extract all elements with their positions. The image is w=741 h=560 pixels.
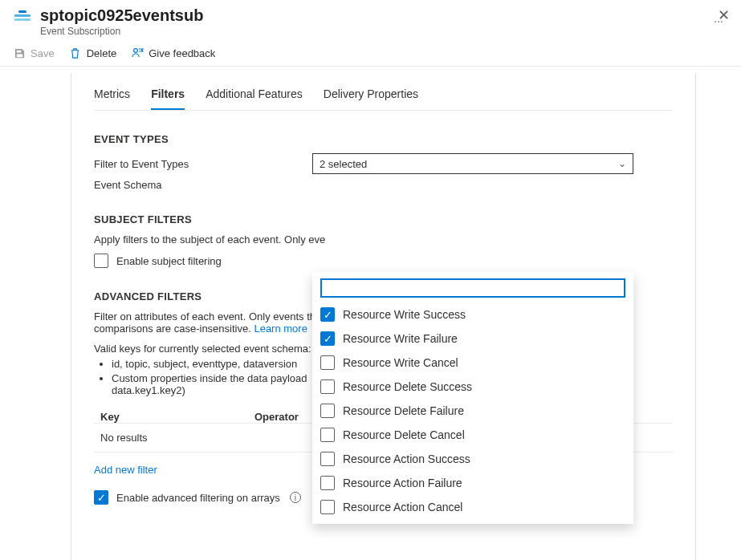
event-type-option-label: Resource Write Cancel: [343, 356, 458, 369]
resource-icon: [13, 8, 32, 27]
command-bar: Save Delete Give feedback: [0, 40, 741, 67]
chevron-down-icon: ⌄: [618, 158, 626, 169]
checkbox-empty-icon: [320, 404, 335, 418]
checkbox-checked-icon: [94, 490, 108, 505]
section-subject-filters: SUBJECT FILTERS Apply filters to the sub…: [94, 213, 673, 268]
feedback-button[interactable]: Give feedback: [131, 47, 215, 59]
add-new-filter-link[interactable]: Add new filter: [94, 464, 157, 476]
subject-filters-heading: SUBJECT FILTERS: [94, 213, 673, 225]
event-type-option[interactable]: Resource Action Failure: [317, 471, 629, 495]
section-event-types: EVENT TYPES Filter to Event Types 2 sele…: [94, 133, 673, 191]
close-icon[interactable]: ✕: [718, 8, 730, 22]
event-type-option[interactable]: Resource Write Cancel: [317, 351, 629, 375]
delete-label: Delete: [87, 47, 117, 59]
blade-content: Metrics Filters Additional Features Deli…: [71, 73, 696, 560]
delete-button[interactable]: Delete: [69, 47, 117, 59]
learn-more-link[interactable]: Learn more: [254, 323, 307, 335]
page-title: sptopic0925eventsub: [40, 5, 704, 26]
checkbox-empty-icon: [94, 254, 108, 268]
event-type-option[interactable]: Resource Write Failure: [317, 327, 629, 351]
delete-icon: [69, 47, 82, 59]
event-type-option-label: Resource Write Success: [343, 308, 466, 321]
subject-filters-desc: Apply filters to the subject of each eve…: [94, 233, 673, 246]
event-type-option-label: Resource Delete Success: [343, 380, 472, 393]
tab-delivery-properties[interactable]: Delivery Properties: [324, 81, 418, 110]
event-type-option[interactable]: Resource Delete Failure: [317, 399, 629, 423]
event-type-option[interactable]: Resource Delete Success: [317, 375, 629, 399]
event-type-option[interactable]: Resource Action Cancel: [317, 495, 629, 519]
event-type-option-label: Resource Action Failure: [343, 477, 462, 489]
checkbox-empty-icon: [320, 428, 335, 442]
page-subtitle: Event Subscription: [40, 26, 704, 37]
filter-event-types-label: Filter to Event Types: [94, 158, 312, 170]
save-button: Save: [13, 47, 55, 59]
page-header: sptopic0925eventsub Event Subscription ·…: [0, 0, 741, 40]
event-types-selected-text: 2 selected: [320, 158, 367, 170]
event-types-heading: EVENT TYPES: [94, 133, 673, 145]
event-types-dropdown-panel: Resource Write SuccessResource Write Fai…: [312, 272, 633, 524]
svg-rect-1: [14, 18, 31, 21]
checkbox-checked-icon: [320, 307, 335, 322]
checkbox-checked-icon: [320, 331, 335, 346]
save-icon: [13, 47, 26, 59]
tab-strip: Metrics Filters Additional Features Deli…: [94, 73, 673, 111]
feedback-icon: [131, 47, 144, 59]
checkbox-empty-icon: [320, 355, 335, 370]
svg-rect-2: [18, 10, 26, 13]
event-schema-label: Event Schema: [94, 179, 312, 191]
event-type-option-label: Resource Delete Failure: [343, 404, 464, 417]
checkbox-empty-icon: [320, 476, 335, 490]
event-type-option-label: Resource Action Cancel: [343, 501, 462, 513]
feedback-label: Give feedback: [149, 47, 215, 59]
event-types-dropdown[interactable]: 2 selected ⌄: [312, 153, 633, 174]
event-type-option[interactable]: Resource Write Success: [317, 302, 629, 327]
checkbox-empty-icon: [320, 452, 335, 466]
event-type-option[interactable]: Resource Delete Cancel: [317, 423, 629, 447]
dropdown-search-input[interactable]: [320, 278, 625, 298]
enable-subject-filtering-label: Enable subject filtering: [116, 255, 222, 267]
column-key: Key: [94, 411, 254, 423]
event-type-option[interactable]: Resource Action Success: [317, 447, 629, 471]
save-label: Save: [31, 47, 55, 59]
checkbox-empty-icon: [320, 379, 335, 394]
event-type-option-label: Resource Delete Cancel: [343, 428, 465, 441]
svg-rect-0: [14, 14, 31, 17]
checkbox-empty-icon: [320, 500, 335, 514]
event-type-option-label: Resource Write Failure: [343, 332, 458, 345]
enable-subject-filtering-checkbox[interactable]: Enable subject filtering: [94, 254, 673, 268]
tab-additional-features[interactable]: Additional Features: [206, 81, 303, 110]
tab-metrics[interactable]: Metrics: [94, 81, 130, 110]
svg-point-3: [134, 49, 138, 53]
event-type-option-label: Resource Action Success: [343, 452, 470, 465]
info-icon[interactable]: i: [290, 492, 301, 503]
enable-advanced-arrays-label: Enable advanced filtering on arrays: [116, 492, 280, 504]
tab-filters[interactable]: Filters: [151, 81, 185, 110]
